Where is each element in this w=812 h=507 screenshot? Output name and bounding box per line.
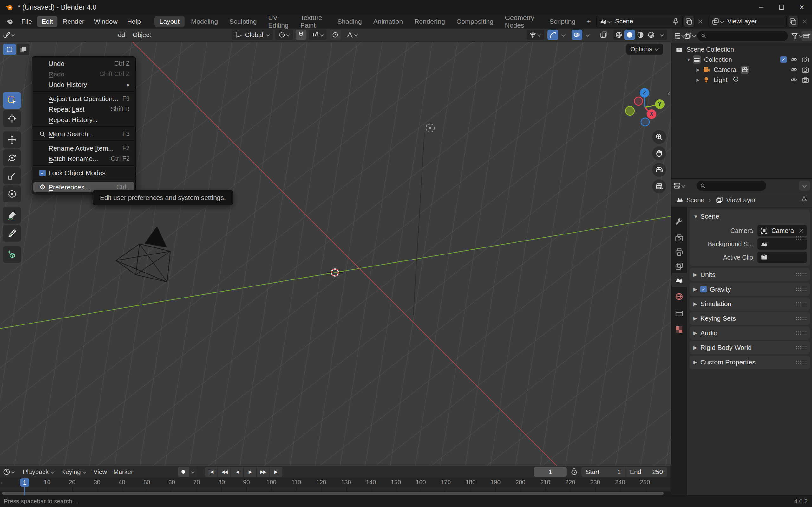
collection-checkbox[interactable]: ✓	[780, 56, 786, 63]
hide-eye-toggle[interactable]	[790, 66, 798, 74]
timeline-menu-playback[interactable]: Playback	[20, 467, 58, 477]
timeline-ruler[interactable]: 1020304050607080901001101201301401501601…	[0, 477, 670, 487]
pan-hand-button[interactable]	[652, 147, 666, 160]
camera-field[interactable]: Camera	[757, 225, 807, 236]
current-frame-chip[interactable]: 1	[20, 478, 30, 487]
properties-options-dropdown[interactable]	[799, 181, 810, 191]
panel-units[interactable]: ▶Units	[690, 268, 810, 281]
workspace-tab-scripting[interactable]: Scripting	[544, 16, 580, 27]
edit-menu-item-undo[interactable]: UndoCtrl Z	[33, 58, 134, 69]
tool-cursor[interactable]	[3, 110, 21, 127]
panel-drag-handle[interactable]	[796, 331, 806, 335]
proportional-editing-toggle[interactable]	[330, 30, 341, 40]
outliner-new-collection-button[interactable]	[801, 31, 812, 41]
stopwatch-icon[interactable]	[570, 468, 578, 476]
timeline-editor-type-button[interactable]	[3, 467, 13, 477]
properties-tab-view-layer[interactable]	[671, 259, 687, 273]
gizmos-dropdown[interactable]	[558, 30, 569, 40]
jump-to-end-button[interactable]: ▶|	[270, 467, 283, 476]
edit-menu-item-repeat-last[interactable]: Repeat LastShift R	[33, 104, 134, 114]
transform-orientation[interactable]: Global	[232, 30, 273, 40]
menubar-item-file[interactable]: File	[17, 16, 37, 27]
edit-menu-item-undo-history[interactable]: Undo History▸	[33, 79, 134, 90]
workspace-tab-geometry-nodes[interactable]: Geometry Nodes	[500, 12, 543, 31]
disable-render-toggle[interactable]	[801, 55, 809, 64]
hide-eye-toggle[interactable]	[790, 55, 798, 64]
panel-drag-handle[interactable]	[796, 316, 806, 321]
sidebar-collapse-chevron[interactable]: ‹	[668, 89, 670, 98]
cameraData-icon[interactable]	[741, 66, 749, 74]
options-button[interactable]: Options	[626, 44, 663, 55]
unlink-scene-button[interactable]	[696, 16, 705, 27]
edit-menu-item-repeat-history[interactable]: Repeat History...	[33, 114, 134, 125]
select-extend-mode-button[interactable]	[17, 44, 30, 55]
gizmo-y-axis[interactable]: Y	[655, 100, 664, 109]
outliner-search[interactable]	[697, 31, 788, 41]
disable-render-toggle[interactable]	[801, 76, 809, 84]
outliner-display-mode-button[interactable]	[684, 31, 695, 41]
tool-add-cube[interactable]	[3, 246, 21, 263]
viewport-3d[interactable]: dd Object Global	[0, 29, 670, 466]
breadcrumb-viewlayer[interactable]: ViewLayer	[726, 196, 756, 204]
breadcrumb-scene[interactable]: Scene	[687, 196, 705, 204]
outliner-row-scene-collection[interactable]: Scene Collection	[671, 44, 812, 55]
tool-select-box[interactable]	[3, 92, 21, 109]
collapse-arrow-icon[interactable]: ▶	[694, 67, 702, 72]
toggle-ortho-button[interactable]	[652, 179, 666, 193]
tool-measure[interactable]	[3, 225, 21, 242]
properties-search-input[interactable]	[706, 182, 763, 189]
checkbox-icon[interactable]: ✓	[37, 170, 49, 176]
workspace-tab-modeling[interactable]: Modeling	[186, 16, 223, 27]
properties-editor-type-button[interactable]	[673, 181, 684, 191]
camera-object[interactable]	[113, 222, 179, 291]
render-region-icon[interactable]	[598, 30, 609, 40]
timeline-editor[interactable]: PlaybackKeyingViewMarker |◀◀◀◀▶▶▶▶| 1 St…	[0, 466, 670, 495]
outliner-editor-type-button[interactable]	[673, 31, 684, 41]
panel-gravity[interactable]: ▶✓Gravity	[690, 283, 810, 296]
panel-audio[interactable]: ▶Audio	[690, 326, 810, 340]
menubar-item-help[interactable]: Help	[123, 16, 145, 27]
frame-end-button[interactable]: End 250	[625, 467, 667, 476]
clear-icon[interactable]	[798, 228, 804, 234]
scene-panel-header[interactable]: ▼ Scene	[690, 210, 810, 223]
blender-menu-icon[interactable]	[5, 17, 14, 26]
shading-solid-button[interactable]	[624, 30, 635, 40]
properties-tab-tool[interactable]	[671, 215, 687, 229]
properties-tab-scene[interactable]	[671, 273, 687, 287]
camera-view-button[interactable]	[652, 163, 666, 177]
object-menu[interactable]: Object	[133, 32, 151, 39]
scene-selector[interactable]: Scene	[596, 16, 682, 27]
timeline-menu-keying[interactable]: Keying	[58, 467, 90, 477]
panel-drag-handle[interactable]	[796, 273, 806, 277]
jump-to-prev-keyframe-button[interactable]: ◀◀	[217, 467, 231, 476]
panel-simulation[interactable]: ▶Simulation	[690, 297, 810, 311]
workspace-tab-compositing[interactable]: Compositing	[451, 16, 499, 27]
visibility-dropdown[interactable]	[526, 30, 544, 40]
collapse-arrow-icon[interactable]: ▶	[694, 77, 702, 82]
hide-eye-toggle[interactable]	[790, 76, 798, 84]
menubar-item-edit[interactable]: Edit	[37, 16, 57, 27]
light-object[interactable]	[422, 120, 438, 136]
tool-annotate[interactable]	[3, 207, 21, 224]
properties-tab-render[interactable]	[671, 231, 687, 245]
navigation-gizmo[interactable]: Z Y X	[620, 84, 670, 131]
snap-target-widget[interactable]	[275, 30, 293, 40]
snap-magnet-toggle[interactable]	[296, 30, 306, 40]
add-workspace-button[interactable]: +	[582, 16, 596, 27]
expand-arrow-icon[interactable]: ▼	[684, 57, 693, 62]
timeline-menu-marker[interactable]: Marker	[110, 467, 136, 477]
disable-render-toggle[interactable]	[801, 66, 809, 74]
edit-menu-item-rename-active-item[interactable]: Rename Active Item...F2	[33, 143, 134, 153]
panel-rigid-body-world[interactable]: ▶Rigid Body World	[690, 341, 810, 354]
properties-search[interactable]	[697, 181, 766, 191]
zoom-button[interactable]	[652, 130, 666, 144]
close-button[interactable]: ✕	[792, 0, 812, 14]
menubar-item-window[interactable]: Window	[90, 16, 122, 27]
jump-to-start-button[interactable]: |◀	[205, 467, 217, 476]
new-scene-button[interactable]	[684, 16, 694, 27]
editor-type-button[interactable]	[3, 30, 13, 40]
pin-icon[interactable]	[671, 17, 680, 26]
shading-material-button[interactable]	[635, 30, 646, 40]
edit-menu-item-adjust-last-operation[interactable]: Adjust Last Operation...F9	[33, 94, 134, 104]
workspace-tab-uv-editing[interactable]: UV Editing	[263, 12, 294, 31]
